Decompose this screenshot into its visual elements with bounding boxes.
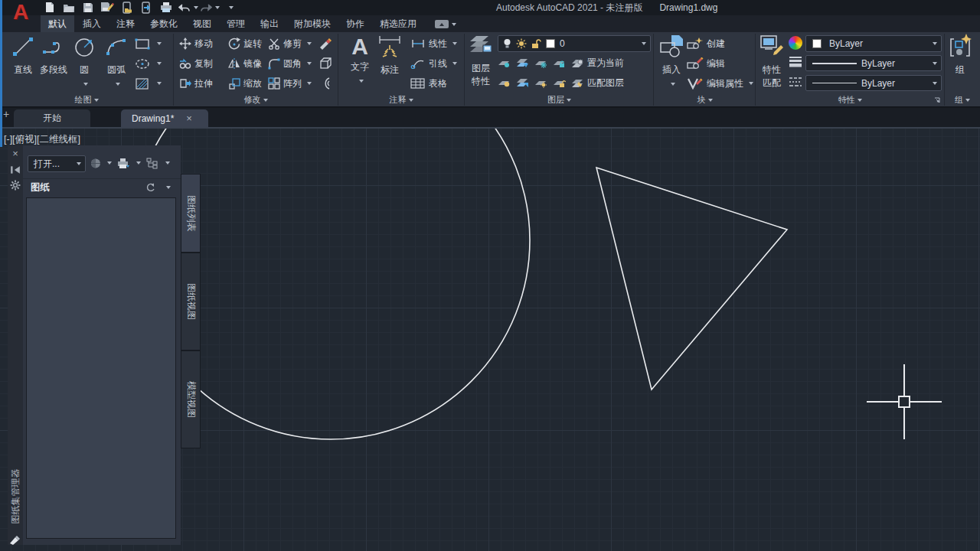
leader-button[interactable]: 引线 — [410, 57, 457, 70]
layers-panel-title[interactable]: 图层 — [466, 94, 653, 106]
ribbon-tab-output[interactable]: 输出 — [253, 15, 286, 32]
match-properties-button[interactable]: 特性匹配 — [756, 34, 787, 92]
triangle-entity[interactable] — [596, 168, 787, 390]
group-button[interactable]: 组 — [943, 34, 977, 92]
linear-dropdown-arrow-icon[interactable] — [452, 42, 457, 45]
redo-dropdown-arrow-icon[interactable] — [215, 6, 220, 9]
palette-tab-model-views[interactable]: 模型视图 — [181, 350, 201, 448]
fillet-dropdown-arrow-icon[interactable] — [307, 62, 312, 65]
ribbon-tab-parametric[interactable]: 参数化 — [142, 15, 185, 32]
edit-block-button[interactable]: 编辑 — [687, 57, 725, 70]
linear-dim-button[interactable]: 线性 — [410, 37, 457, 51]
plot-dropdown-arrow-icon[interactable] — [136, 161, 141, 165]
trim-dropdown-arrow-icon[interactable] — [307, 42, 312, 45]
save-to-mobile-button[interactable] — [139, 1, 154, 14]
layer-thaw-button[interactable] — [516, 76, 529, 90]
save-as-button[interactable] — [100, 1, 115, 14]
layer-unlock-small-button[interactable] — [553, 76, 566, 90]
move-button[interactable]: 移动 — [179, 37, 213, 51]
circle-dropdown-arrow-icon[interactable] — [83, 83, 88, 86]
copy-button[interactable]: 复制 — [179, 57, 213, 70]
rectangle-button[interactable] — [135, 37, 162, 51]
ribbon-tab-insert[interactable]: 插入 — [75, 15, 109, 32]
layer-freeze-button[interactable] — [516, 56, 529, 70]
qat-customize-arrow-icon[interactable] — [229, 6, 234, 9]
polyline-button[interactable]: 多段线 — [37, 34, 70, 92]
linetype-combo[interactable]: ByLayer — [805, 75, 942, 91]
open-from-mobile-button[interactable] — [119, 1, 135, 14]
ribbon-tab-view[interactable]: 视图 — [185, 15, 219, 32]
palette-tab-sheet-list[interactable]: 图纸列表 — [181, 174, 201, 253]
layer-lock-button[interactable] — [553, 56, 566, 70]
circle-button[interactable]: 圆 — [67, 34, 101, 92]
redo-button[interactable] — [198, 1, 214, 14]
autocad-logo[interactable]: A — [7, 0, 34, 25]
table-button[interactable]: 表格 — [410, 77, 447, 90]
sheet-tree-icon[interactable] — [146, 158, 158, 169]
palette-autohide-pin-icon[interactable] — [10, 165, 21, 175]
properties-panel-title[interactable]: 特性 — [756, 94, 944, 106]
ellipse-dropdown-arrow-icon[interactable] — [157, 62, 162, 65]
rectangle-dropdown-arrow-icon[interactable] — [157, 42, 162, 45]
plot-details-icon[interactable] — [117, 158, 129, 169]
sheet-list-area[interactable] — [26, 197, 176, 539]
stretch-button[interactable]: 拉伸 — [179, 77, 213, 90]
palette-grip-icon[interactable] — [9, 534, 21, 545]
plot-button[interactable] — [158, 1, 174, 14]
ribbon-tab-annotate[interactable]: 注释 — [109, 15, 142, 32]
file-tab-start[interactable]: 开始 — [14, 109, 90, 127]
text-dropdown-arrow-icon[interactable] — [359, 80, 364, 83]
open-file-button[interactable] — [61, 1, 77, 14]
arc-button[interactable]: 圆弧 — [100, 34, 133, 92]
viewport-controls-label[interactable]: [-][俯视][二维线框] — [4, 133, 80, 146]
layer-sun-small-button[interactable] — [534, 76, 547, 90]
create-block-button[interactable]: 创建 — [687, 37, 725, 51]
object-color-combo[interactable]: ByLayer — [805, 35, 942, 52]
rotate-button[interactable]: 旋转 — [228, 37, 262, 51]
scale-button[interactable]: 缩放 — [228, 77, 262, 90]
palette-close-icon[interactable]: × — [10, 148, 21, 159]
explode-button[interactable] — [318, 57, 332, 70]
publish-dropdown-arrow-icon[interactable] — [107, 161, 112, 165]
edit-attributes-button[interactable]: 编辑属性 — [687, 77, 753, 90]
fillet-button[interactable]: 圆角 — [268, 57, 312, 70]
array-button[interactable]: 阵列 — [268, 77, 312, 90]
lineweight-combo[interactable]: ByLayer — [805, 55, 942, 71]
file-tab-drawing1[interactable]: Drawing1* × — [121, 109, 208, 127]
ribbon-tab-addins[interactable]: 附加模块 — [286, 15, 338, 32]
trim-button[interactable]: 修剪 — [268, 37, 312, 51]
layer-isolate-button[interactable] — [498, 56, 511, 70]
ribbon-tab-featured-apps[interactable]: 精选应用 — [372, 15, 424, 32]
dimension-button[interactable]: 标注 — [373, 34, 407, 92]
sheets-header-arrow-icon[interactable] — [166, 186, 171, 189]
tree-dropdown-arrow-icon[interactable] — [165, 161, 170, 165]
layer-select-combo[interactable]: 0 — [498, 35, 651, 52]
layer-on-button[interactable] — [498, 76, 511, 90]
save-button[interactable] — [80, 1, 96, 14]
file-tab-close-icon[interactable]: × — [186, 112, 192, 124]
palette-properties-gear-icon[interactable] — [10, 180, 21, 191]
hatch-button[interactable] — [135, 77, 162, 90]
ellipse-button[interactable] — [135, 57, 162, 70]
insert-block-button[interactable]: 插入 — [655, 34, 688, 92]
properties-dialog-launcher-icon[interactable] — [933, 96, 941, 104]
sheet-set-open-combo[interactable]: 打开... — [28, 155, 86, 172]
new-file-button[interactable] — [42, 1, 57, 14]
insert-dropdown-arrow-icon[interactable] — [671, 83, 675, 86]
ribbon-tab-manage[interactable]: 管理 — [219, 15, 253, 32]
erase-button[interactable] — [318, 37, 332, 51]
layer-snowflake-button[interactable] — [534, 56, 547, 70]
refresh-icon[interactable] — [145, 183, 155, 193]
hatch-dropdown-arrow-icon[interactable] — [157, 82, 162, 85]
mirror-button[interactable]: 镜像 — [228, 57, 262, 70]
ribbon-minimize-button[interactable] — [433, 18, 459, 30]
edit-attributes-arrow-icon[interactable] — [749, 82, 753, 85]
match-layer-button[interactable]: 匹配图层 — [571, 76, 624, 90]
modify-panel-title[interactable]: 修改 — [175, 94, 337, 106]
text-button[interactable]: A 文字 — [343, 34, 377, 92]
sheets-section-header[interactable]: 图纸 — [23, 178, 181, 195]
ribbon-tab-default[interactable]: 默认 — [41, 15, 74, 32]
set-current-layer-button[interactable]: 置为当前 — [571, 56, 624, 70]
draw-panel-title[interactable]: 绘图 — [0, 94, 173, 106]
line-button[interactable]: 直线 — [6, 34, 40, 92]
